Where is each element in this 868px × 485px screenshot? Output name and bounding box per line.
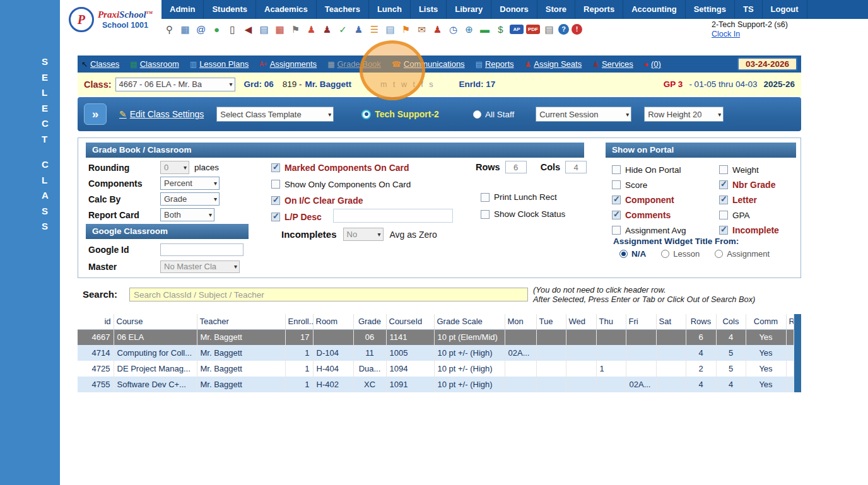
col-header-course[interactable]: Course [114, 314, 197, 329]
col-header-mon[interactable]: Mon [505, 314, 536, 329]
col-header-fri[interactable]: Fri [626, 314, 656, 329]
top-nav-ts[interactable]: TS [735, 0, 763, 19]
checkbox-unchecked[interactable] [612, 180, 621, 189]
col-header-comm[interactable]: Comm [746, 314, 786, 329]
checkbox-unchecked[interactable] [719, 165, 728, 174]
contacts-grid-icon[interactable]: ▦ [179, 23, 192, 36]
top-nav-lists[interactable]: Lists [411, 0, 447, 19]
table-row[interactable]: 4714Computing for Coll...Mr. Baggett1D-1… [78, 345, 794, 361]
col-header-enroll[interactable]: Enroll... [285, 314, 313, 329]
radio-unselected[interactable] [715, 250, 723, 258]
top-nav-teachers[interactable]: Teachers [317, 0, 369, 19]
col-header-sat[interactable]: Sat [656, 314, 686, 329]
portal-radio-n-a[interactable]: N/A [619, 249, 646, 259]
calcby-select[interactable]: Grade▾ [160, 192, 220, 206]
top-nav-library[interactable]: Library [447, 0, 491, 19]
checkbox-unchecked[interactable] [612, 165, 621, 174]
gb-check-marked-components-on-card[interactable]: Marked Components On Card [271, 160, 411, 176]
globe-icon[interactable]: ⊕ [462, 23, 476, 36]
checkbox-unchecked[interactable] [719, 211, 728, 219]
checkbox-checked[interactable] [719, 226, 728, 235]
rounding-select[interactable]: 0▾ [160, 161, 189, 174]
classnav-classroom[interactable]: ▤Classroom [130, 59, 179, 69]
top-nav-reports[interactable]: Reports [575, 0, 623, 19]
portal-check-assignment-avg[interactable]: Assignment Avg [612, 223, 686, 238]
people-pair-icon[interactable]: ♟ [431, 23, 444, 36]
portal-check-letter[interactable]: Letter [719, 192, 779, 207]
portal-check-nbr-grade[interactable]: Nbr Grade [719, 177, 779, 192]
top-nav-store[interactable]: Store [537, 0, 575, 19]
tech-support-radio-group[interactable]: Tech Support-2 [361, 109, 439, 119]
radio-unselected[interactable] [661, 250, 669, 258]
lp-desc-input[interactable] [333, 209, 453, 223]
gb-check-show-only-components-on-card[interactable]: Show Only Components On Card [271, 176, 411, 192]
announcement-icon[interactable]: ⚑ [289, 23, 302, 36]
expand-button[interactable]: » [84, 103, 107, 125]
master-select[interactable]: No Master Cla▾ [160, 260, 240, 273]
radio-selected[interactable] [361, 110, 371, 119]
megaphone-icon[interactable]: ⚑ [399, 23, 413, 36]
speaker-icon[interactable]: ◀ [242, 23, 255, 36]
col-header-r[interactable]: R [786, 314, 794, 329]
checkbox-checked[interactable] [719, 196, 728, 204]
top-nav-logout[interactable]: Logout [763, 0, 807, 19]
col-header-wed[interactable]: Wed [566, 314, 596, 329]
portal-check-hide-on-portal[interactable]: Hide On Portal [612, 162, 686, 177]
classnav-grade-book[interactable]: ▦Grade Book [327, 59, 381, 69]
gb-check-print-lunch-rect[interactable]: Print Lunch Rect [481, 189, 565, 206]
portal-radio-lesson[interactable]: Lesson [661, 249, 700, 259]
gb-check-show-clock-status[interactable]: Show Clock Status [481, 206, 565, 223]
ap-badge-icon[interactable]: AP [510, 25, 524, 34]
classnav-assignments[interactable]: A+Assignments [259, 59, 317, 69]
col-header-cols[interactable]: Cols [716, 314, 746, 329]
table-row[interactable]: 4725DE Project Manag...Mr. Baggett1H-404… [78, 361, 794, 377]
portal-check-comments[interactable]: Comments [612, 207, 686, 223]
people-group-icon[interactable]: ♟ [352, 23, 365, 36]
top-nav-donors[interactable]: Donors [491, 0, 537, 19]
portal-check-incomplete[interactable]: Incomplete [719, 223, 779, 238]
cols-input[interactable] [565, 161, 587, 173]
table-row[interactable]: 466706 ELAMr. Baggett1706114110 pt (Elem… [78, 329, 794, 345]
classnav-lesson-plans[interactable]: ▥Lesson Plans [190, 59, 249, 69]
top-nav-admin[interactable]: Admin [161, 0, 204, 19]
all-staff-radio-group[interactable]: All Staff [473, 110, 514, 119]
portal-check-score[interactable]: Score [612, 177, 686, 192]
components-select[interactable]: Percent▾ [160, 177, 220, 190]
chat-icon[interactable]: ● [210, 23, 223, 36]
classnav-services[interactable]: ♟Services [592, 59, 633, 69]
session-select[interactable]: Current Session▾ [536, 107, 631, 122]
top-nav-lunch[interactable]: Lunch [369, 0, 411, 19]
search-input[interactable] [129, 288, 528, 301]
checkbox-checked[interactable] [719, 180, 728, 189]
top-nav-academics[interactable]: Academics [256, 0, 317, 19]
clock-icon[interactable]: ◷ [447, 23, 460, 36]
notes-icon[interactable]: ▤ [384, 23, 397, 36]
printer-icon[interactable]: ▤ [542, 23, 556, 36]
checkbox-checked[interactable] [271, 213, 280, 221]
edit-class-settings-link[interactable]: ✎Edit Class Settings [119, 109, 204, 119]
class-template-select[interactable]: Select Class Template▾ [216, 107, 334, 122]
clock-in-link[interactable]: Clock In [712, 30, 740, 38]
search-icon[interactable]: ⚲ [163, 23, 176, 36]
portal-check-gpa[interactable]: GPA [719, 207, 779, 223]
checkbox-unchecked[interactable] [481, 210, 490, 219]
checkbox-checked[interactable] [271, 163, 280, 172]
col-header-courseid[interactable]: CourseId [386, 314, 434, 329]
classnav-classes[interactable]: ↖Classes [81, 59, 119, 69]
classnav-assign-seats[interactable]: ♟Assign Seats [525, 59, 582, 69]
date-box[interactable]: 03-24-2026 [737, 57, 797, 71]
portal-check-weight[interactable]: Weight [719, 162, 779, 177]
approved-check-icon[interactable]: ✓ [336, 23, 349, 36]
checkbox-unchecked[interactable] [481, 193, 490, 202]
classnav-communications[interactable]: ☎Communications [392, 59, 465, 69]
row-height-select[interactable]: Row Height 20▾ [644, 107, 724, 122]
mail-send-icon[interactable]: ✉ [415, 23, 428, 36]
class-select[interactable]: 4667 - 06 ELA - Mr. Ba▾ [115, 78, 235, 91]
radio-unselected[interactable] [473, 110, 481, 119]
col-header-tue[interactable]: Tue [536, 314, 566, 329]
help-icon[interactable]: ? [558, 24, 569, 35]
top-nav-accounting[interactable]: Accounting [623, 0, 686, 19]
mobile-phone-icon[interactable]: ▯ [226, 23, 239, 36]
table-row[interactable]: 4755Software Dev C+...Mr. Baggett1H-402X… [78, 377, 794, 392]
money-card-icon[interactable]: ▬ [478, 23, 491, 36]
